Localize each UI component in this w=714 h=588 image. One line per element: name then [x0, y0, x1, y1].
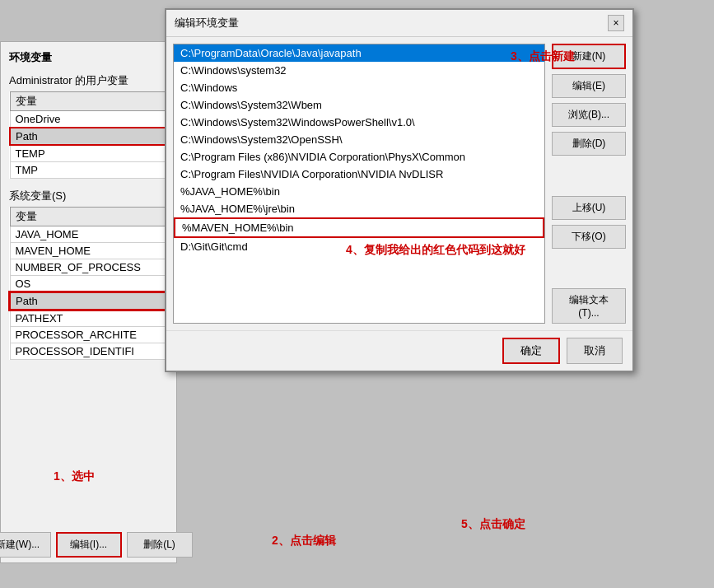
system-var-row[interactable]: JAVA_HOME: [10, 226, 167, 243]
cancel-button[interactable]: 取消: [567, 338, 623, 364]
ok-button[interactable]: 确定: [502, 338, 560, 364]
annotation-step1: 1、选中: [54, 469, 95, 484]
dialog-action-buttons: 新建(N) 编辑(E) 浏览(B)... 删除(D) 上移(U) 下移(O) 编…: [552, 44, 626, 324]
system-var-row[interactable]: PROCESSOR_ARCHITE: [10, 327, 167, 343]
path-list-item[interactable]: C:\Windows\System32\Wbem: [174, 96, 544, 114]
edit-path-button[interactable]: 编辑(E): [552, 74, 626, 98]
system-vars-table: 变量 JAVA_HOMEMAVEN_HOMENUMBER_OF_PROCESSO…: [9, 207, 168, 360]
system-var-row[interactable]: PROCESSOR_IDENTIFI: [10, 343, 167, 360]
user-vars-table: 变量 OneDrivePathTEMPTMP: [9, 91, 168, 179]
path-list-item[interactable]: %MAVEN_HOME%\bin: [174, 217, 544, 238]
path-list-item[interactable]: %JAVA_HOME%\bin: [174, 183, 544, 200]
user-var-row[interactable]: OneDrive: [10, 111, 167, 128]
move-down-button[interactable]: 下移(O): [552, 225, 626, 249]
annotation-step5: 5、点击确定: [461, 517, 525, 532]
path-list-item[interactable]: %JAVA_HOME%\jre\bin: [174, 200, 544, 217]
system-var-row[interactable]: PATHEXT: [10, 310, 167, 327]
path-list-item[interactable]: C:\Windows: [174, 79, 544, 96]
user-var-row[interactable]: TEMP: [10, 145, 167, 162]
new-user-var-button[interactable]: 新建(W)...: [0, 532, 51, 558]
system-var-row[interactable]: Path: [10, 292, 167, 310]
path-list-item[interactable]: C:\Windows\System32\OpenSSH\: [174, 131, 544, 148]
annotation-step4: 4、复制我给出的红色代码到这就好: [346, 243, 525, 258]
dialog-titlebar: 编辑环境变量 ×: [166, 10, 632, 37]
edit-user-var-button[interactable]: 编辑(I)...: [56, 532, 122, 558]
path-list[interactable]: C:\ProgramData\Oracle\Java\javapathC:\Wi…: [173, 44, 545, 324]
path-list-item[interactable]: C:\ProgramData\Oracle\Java\javapath: [174, 44, 544, 62]
path-list-item[interactable]: C:\Program Files (x86)\NVIDIA Corporatio…: [174, 148, 544, 166]
user-var-row[interactable]: Path: [10, 128, 167, 145]
system-var-row[interactable]: NUMBER_OF_PROCESS: [10, 259, 167, 276]
user-var-row[interactable]: TMP: [10, 162, 167, 179]
path-list-item[interactable]: C:\Program Files\NVIDIA Corporation\NVID…: [174, 166, 544, 183]
dialog-title: 编辑环境变量: [175, 16, 239, 30]
annotation-step3: 3、点击新建: [511, 49, 575, 64]
delete-path-button[interactable]: 删除(D): [552, 132, 626, 156]
system-var-row[interactable]: MAVEN_HOME: [10, 243, 167, 259]
edit-text-button[interactable]: 编辑文本(T)...: [552, 288, 626, 324]
move-up-button[interactable]: 上移(U): [552, 196, 626, 220]
browse-path-button[interactable]: 浏览(B)...: [552, 103, 626, 127]
path-list-item[interactable]: C:\Windows\System32\WindowsPowerShell\v1…: [174, 114, 544, 131]
close-icon: ×: [613, 17, 618, 29]
admin-section-title: Administrator 的用户变量: [9, 73, 168, 88]
path-list-item[interactable]: C:\Windows\system32: [174, 62, 544, 79]
var-column-header: 变量: [10, 92, 167, 111]
system-section-title: 系统变量(S): [9, 189, 168, 203]
dialog-footer: 确定 取消: [166, 330, 632, 371]
annotation-step2: 2、点击编辑: [272, 534, 336, 548]
sys-var-column-header: 变量: [10, 208, 167, 226]
env-window-title: 环境变量: [9, 50, 168, 65]
system-var-row[interactable]: OS: [10, 276, 167, 293]
close-button[interactable]: ×: [608, 15, 624, 31]
dialog-body: C:\ProgramData\Oracle\Java\javapathC:\Wi…: [166, 37, 632, 330]
delete-user-var-button[interactable]: 删除(L): [127, 532, 193, 558]
